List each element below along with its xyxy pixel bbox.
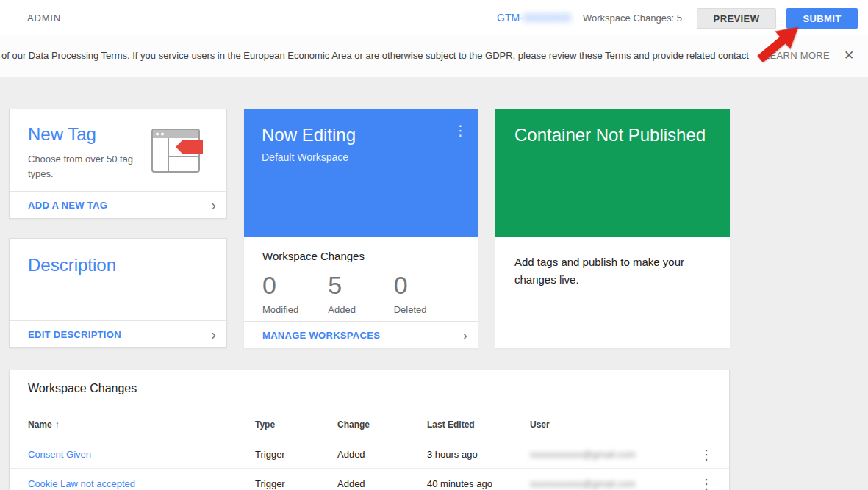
main-content: New Tag Choose from over 50 tag types. A…: [0, 77, 868, 490]
row-user-email: xxxxxxxxxxx@gmail.com: [530, 478, 636, 489]
sort-ascending-icon: ↑: [55, 419, 60, 430]
table-title: Workspace Changes: [28, 382, 137, 395]
not-published-title: Container Not Published: [514, 125, 711, 145]
stat-modified: 0 Modified: [262, 271, 328, 315]
workspace-changes-label: Workspace Changes: [262, 250, 459, 262]
container-id[interactable]: GTM-XXXXXXX: [497, 12, 571, 24]
column-header-user[interactable]: User: [530, 419, 550, 430]
now-editing-card: Now Editing Default Workspace ⋮ Workspac…: [244, 109, 478, 348]
row-change: Added: [337, 449, 365, 460]
description-title: Description: [28, 255, 116, 275]
stat-modified-label: Modified: [262, 304, 328, 315]
chevron-right-icon: ›: [211, 198, 216, 212]
row-change: Added: [337, 478, 365, 489]
container-id-prefix: GTM-: [497, 12, 523, 24]
stat-added: 5 Added: [328, 271, 393, 315]
stat-added-value: 5: [328, 271, 393, 300]
chevron-right-icon: ›: [211, 327, 216, 342]
edit-description-action[interactable]: EDIT DESCRIPTION ›: [10, 320, 226, 347]
close-icon[interactable]: ✕: [844, 48, 854, 63]
new-tag-description: Choose from over 50 tag types.: [28, 152, 149, 181]
now-editing-subtitle: Default Workspace: [262, 151, 460, 163]
add-new-tag-action[interactable]: ADD A NEW TAG ›: [10, 191, 226, 218]
add-new-tag-label: ADD A NEW TAG: [28, 200, 107, 211]
submit-button[interactable]: SUBMIT: [786, 8, 858, 29]
column-header-name[interactable]: Name↑: [28, 419, 60, 430]
workspace-changes-table-card: Workspace Changes Name↑ Type Change Last…: [9, 370, 730, 490]
tab-admin[interactable]: ADMIN: [27, 12, 61, 24]
stat-modified-value: 0: [262, 271, 328, 300]
column-header-name-label: Name: [28, 419, 52, 430]
row-last-edited: 40 minutes ago: [427, 478, 492, 489]
table-row: Consent Given Trigger Added 3 hours ago …: [10, 439, 729, 469]
manage-workspaces-action[interactable]: MANAGE WORKSPACES ›: [244, 321, 478, 348]
top-bar: ADMIN GTM-XXXXXXX Workspace Changes: 5 P…: [0, 0, 868, 35]
column-header-change[interactable]: Change: [337, 419, 370, 430]
container-id-masked: XXXXXXX: [523, 12, 571, 24]
new-tag-card: New Tag Choose from over 50 tag types. A…: [9, 109, 227, 219]
preview-button[interactable]: PREVIEW: [697, 8, 776, 29]
stat-deleted: 0 Deleted: [394, 271, 459, 315]
workspace-changes-count: Workspace Changes: 5: [583, 12, 682, 24]
column-header-last-edited[interactable]: Last Edited: [427, 419, 475, 430]
gdpr-notice-bar: of our Data Processing Terms. If you ser…: [0, 35, 868, 77]
kebab-menu-icon[interactable]: ⋮: [700, 476, 713, 490]
table-row: Cookie Law not accepted Trigger Added 40…: [10, 469, 729, 490]
not-published-body: Add tags and publish to make your change…: [495, 237, 730, 305]
kebab-menu-icon[interactable]: ⋮: [453, 123, 467, 137]
now-editing-title: Now Editing: [262, 125, 460, 145]
row-type: Trigger: [255, 478, 285, 489]
stat-deleted-label: Deleted: [394, 304, 459, 315]
chevron-right-icon: ›: [462, 328, 467, 342]
row-user-email: xxxxxxxxxxx@gmail.com: [530, 449, 636, 460]
column-header-type[interactable]: Type: [255, 419, 275, 430]
learn-more-link[interactable]: LEARN MORE: [764, 50, 830, 61]
kebab-menu-icon[interactable]: ⋮: [700, 447, 713, 463]
now-editing-header: Now Editing Default Workspace ⋮: [244, 109, 478, 237]
manage-workspaces-label: MANAGE WORKSPACES: [262, 330, 380, 341]
container-not-published-card: Container Not Published Add tags and pub…: [495, 109, 730, 348]
row-type: Trigger: [255, 449, 285, 460]
description-card: Description EDIT DESCRIPTION ›: [9, 238, 227, 348]
stat-added-label: Added: [328, 304, 393, 315]
edit-description-label: EDIT DESCRIPTION: [28, 329, 121, 340]
row-name-link[interactable]: Consent Given: [28, 449, 91, 460]
workspace-changes-summary: Workspace Changes 0 Modified 5 Added 0 D…: [244, 237, 478, 315]
tag-browser-icon: [151, 129, 209, 174]
gdpr-notice-text: of our Data Processing Terms. If you ser…: [1, 50, 749, 61]
table-header-row: Name↑ Type Change Last Edited User: [10, 410, 729, 439]
row-last-edited: 3 hours ago: [427, 449, 478, 460]
row-name-link[interactable]: Cookie Law not accepted: [28, 478, 135, 489]
not-published-header: Container Not Published: [495, 109, 730, 237]
stat-deleted-value: 0: [394, 271, 459, 300]
new-tag-title: New Tag: [28, 124, 149, 145]
